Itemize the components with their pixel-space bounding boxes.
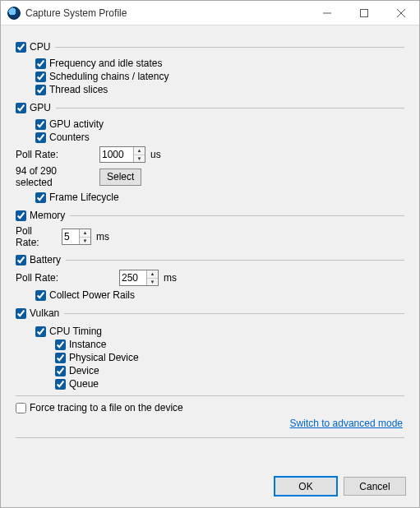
spinner-buttons[interactable]: ▲ ▼ <box>146 270 158 285</box>
gpu-frame-input[interactable] <box>35 192 46 203</box>
gpu-activity-label: GPU activity <box>49 118 104 131</box>
gpu-poll-unit: us <box>150 149 161 160</box>
divider <box>16 437 404 438</box>
vulkan-instance-label: Instance <box>69 338 106 351</box>
gpu-counters-checkbox[interactable]: Counters <box>35 131 404 144</box>
gpu-frame-label: Frame Lifecycle <box>49 191 119 204</box>
close-icon <box>397 9 405 17</box>
battery-poll-input[interactable] <box>120 270 146 285</box>
cpu-sched-checkbox[interactable]: Scheduling chains / latency <box>35 70 404 83</box>
spin-up-icon[interactable]: ▲ <box>80 229 90 238</box>
divider <box>16 395 404 396</box>
vulkan-instance-input[interactable] <box>55 339 66 350</box>
section-battery: Battery <box>16 253 404 266</box>
section-memory: Memory <box>16 209 404 222</box>
cpu-freq-input[interactable] <box>35 58 46 69</box>
battery-rails-label: Collect Power Rails <box>49 289 135 302</box>
cpu-slices-input[interactable] <box>35 85 46 95</box>
spinner-buttons[interactable]: ▲ ▼ <box>79 229 90 244</box>
vulkan-cputiming-label: CPU Timing <box>49 325 102 338</box>
divider <box>66 260 404 261</box>
memory-check-input[interactable] <box>16 210 26 221</box>
gpu-counters-input[interactable] <box>35 132 46 143</box>
memory-poll-spinner[interactable]: ▲ ▼ <box>62 229 91 245</box>
vulkan-device-label: Device <box>69 364 99 377</box>
battery-poll-unit: ms <box>164 272 177 284</box>
cpu-freq-checkbox[interactable]: Frequency and idle states <box>35 57 404 70</box>
gpu-checkbox[interactable]: GPU <box>16 101 51 114</box>
gpu-select-row: 94 of 290 selected Select <box>16 165 404 188</box>
minimize-icon <box>323 9 331 17</box>
memory-poll-unit: ms <box>96 231 109 242</box>
battery-rails-input[interactable] <box>35 290 46 301</box>
cpu-label: CPU <box>30 40 50 53</box>
gpu-frame-checkbox[interactable]: Frame Lifecycle <box>35 191 404 204</box>
gpu-poll-row: Poll Rate: ▲ ▼ us <box>16 146 404 163</box>
force-trace-input[interactable] <box>16 403 26 413</box>
memory-poll-label: Poll Rate: <box>16 225 57 248</box>
vulkan-instance-checkbox[interactable]: Instance <box>55 338 404 351</box>
app-icon <box>7 7 21 20</box>
vulkan-device-checkbox[interactable]: Device <box>55 364 404 377</box>
vulkan-queue-checkbox[interactable]: Queue <box>55 377 404 390</box>
cpu-check-input[interactable] <box>16 42 26 53</box>
gpu-activity-input[interactable] <box>35 119 46 130</box>
vulkan-queue-input[interactable] <box>55 379 66 390</box>
gpu-counters-label: Counters <box>49 131 90 144</box>
gpu-selected-text: 94 of 290 selected <box>16 165 95 188</box>
cpu-checkbox[interactable]: CPU <box>16 40 50 53</box>
spin-up-icon[interactable]: ▲ <box>134 147 145 155</box>
battery-rails-checkbox[interactable]: Collect Power Rails <box>35 289 404 302</box>
vulkan-checkbox[interactable]: Vulkan <box>16 307 59 320</box>
gpu-label: GPU <box>30 101 51 114</box>
vulkan-check-input[interactable] <box>16 308 26 319</box>
close-button[interactable] <box>382 1 419 25</box>
title-bar: Capture System Profile <box>1 1 419 25</box>
vulkan-device-input[interactable] <box>55 366 66 376</box>
gpu-select-button[interactable]: Select <box>99 169 141 186</box>
maximize-button[interactable] <box>345 1 382 25</box>
battery-check-input[interactable] <box>16 255 26 266</box>
gpu-poll-spinner[interactable]: ▲ ▼ <box>99 146 145 163</box>
divider <box>55 47 404 48</box>
section-gpu: GPU <box>16 101 404 114</box>
memory-label: Memory <box>30 209 65 222</box>
cpu-sched-input[interactable] <box>35 72 46 82</box>
vulkan-label: Vulkan <box>30 307 59 320</box>
spin-down-icon[interactable]: ▼ <box>80 238 90 245</box>
cpu-slices-checkbox[interactable]: Thread slices <box>35 83 404 96</box>
memory-poll-input[interactable] <box>62 229 79 244</box>
gpu-check-input[interactable] <box>16 103 26 113</box>
gpu-activity-checkbox[interactable]: GPU activity <box>35 118 404 131</box>
battery-label: Battery <box>30 253 61 266</box>
spin-down-icon[interactable]: ▼ <box>147 279 158 286</box>
spin-up-icon[interactable]: ▲ <box>147 270 158 279</box>
divider <box>56 108 404 109</box>
memory-poll-row: Poll Rate: ▲ ▼ ms <box>16 225 404 248</box>
advanced-mode-link[interactable]: Switch to advanced mode <box>16 418 403 429</box>
force-trace-label: Force tracing to a file on the device <box>30 401 183 414</box>
battery-checkbox[interactable]: Battery <box>16 253 61 266</box>
ok-button[interactable]: OK <box>275 477 337 496</box>
dialog-window: Capture System Profile CPU Frequency and… <box>0 0 420 508</box>
maximize-icon <box>360 9 368 17</box>
spinner-buttons[interactable]: ▲ ▼ <box>133 147 145 162</box>
vulkan-cputiming-checkbox[interactable]: CPU Timing <box>35 325 404 338</box>
vulkan-physical-checkbox[interactable]: Physical Device <box>55 351 404 364</box>
divider <box>64 313 404 314</box>
divider <box>70 215 404 216</box>
minimize-button[interactable] <box>308 1 345 25</box>
battery-poll-spinner[interactable]: ▲ ▼ <box>119 270 159 286</box>
cancel-button[interactable]: Cancel <box>344 477 406 496</box>
section-cpu: CPU <box>16 40 404 53</box>
vulkan-physical-input[interactable] <box>55 353 66 363</box>
button-bar: OK Cancel <box>1 467 419 507</box>
memory-checkbox[interactable]: Memory <box>16 209 65 222</box>
force-trace-checkbox[interactable]: Force tracing to a file on the device <box>16 401 404 414</box>
vulkan-cputiming-input[interactable] <box>35 326 46 337</box>
battery-poll-row: Poll Rate: ▲ ▼ ms <box>16 270 404 286</box>
cpu-freq-label: Frequency and idle states <box>49 57 162 70</box>
gpu-poll-input[interactable] <box>100 147 133 162</box>
section-vulkan: Vulkan <box>16 307 404 320</box>
spin-down-icon[interactable]: ▼ <box>134 155 145 163</box>
